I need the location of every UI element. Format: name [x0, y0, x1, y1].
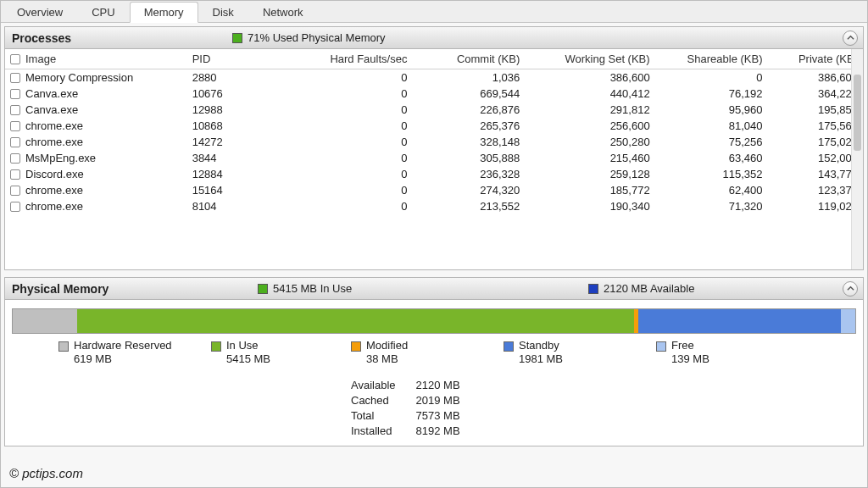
- vertical-scrollbar[interactable]: [851, 49, 863, 269]
- table-row[interactable]: chrome.exe151640274,320185,77262,400123,…: [5, 182, 863, 198]
- usage-swatch-icon: [232, 33, 242, 43]
- row-checkbox[interactable]: [10, 169, 20, 180]
- physical-memory-section: Physical Memory 5415 MB In Use 2120 MB A…: [4, 277, 864, 446]
- column-header[interactable]: Working Set (KB): [525, 49, 654, 69]
- table-cell: 328,148: [412, 134, 525, 150]
- legend-item: In Use5415 MB: [211, 339, 270, 366]
- legend-item: Hardware Reserved619 MB: [58, 339, 172, 366]
- row-checkbox[interactable]: [10, 105, 20, 115]
- watermark-text: © pctips.com: [9, 466, 83, 480]
- table-cell: 1,036: [412, 69, 525, 86]
- processes-header: Processes 71% Used Physical Memory: [5, 27, 863, 49]
- column-header[interactable]: Image: [5, 49, 187, 69]
- column-header[interactable]: Shareable (KB): [655, 49, 768, 69]
- inuse-stat: 5415 MB In Use: [258, 282, 554, 295]
- collapse-button[interactable]: [843, 281, 858, 297]
- table-cell: 0: [256, 134, 412, 150]
- table-cell: 2880: [187, 69, 257, 86]
- chevron-up-icon: [847, 285, 854, 292]
- row-checkbox[interactable]: [10, 153, 20, 164]
- table-row[interactable]: MsMpEng.exe38440305,888215,46063,460152,…: [5, 150, 863, 166]
- legend-swatch-icon: [211, 341, 221, 352]
- tab-disk[interactable]: Disk: [198, 2, 248, 22]
- physical-memory-title: Physical Memory: [12, 282, 258, 296]
- table-cell: 274,320: [412, 182, 525, 198]
- table-cell: 305,888: [412, 150, 525, 166]
- legend-text: Free139 MB: [671, 339, 709, 366]
- table-cell: 0: [256, 182, 412, 198]
- select-all-checkbox[interactable]: [10, 54, 20, 64]
- table-cell: 95,960: [655, 102, 768, 118]
- table-cell: 0: [256, 118, 412, 134]
- legend-swatch-icon: [58, 341, 69, 352]
- table-cell: 12988: [187, 102, 257, 118]
- table-row[interactable]: Discord.exe128840236,328259,128115,35214…: [5, 166, 863, 182]
- table-cell: 63,460: [655, 150, 768, 166]
- table-cell: 175,560: [768, 118, 864, 134]
- stat-label: Cached: [351, 393, 396, 408]
- row-checkbox[interactable]: [10, 137, 20, 147]
- table-row[interactable]: chrome.exe108680265,376256,60081,040175,…: [5, 118, 863, 134]
- table-row[interactable]: chrome.exe81040213,552190,34071,320119,0…: [5, 198, 863, 214]
- physical-memory-header: Physical Memory 5415 MB In Use 2120 MB A…: [5, 278, 863, 300]
- table-cell: 152,000: [768, 150, 864, 166]
- table-row[interactable]: Canva.exe129880226,876291,81295,960195,8…: [5, 102, 863, 118]
- table-cell: 115,352: [655, 166, 768, 182]
- legend-text: Hardware Reserved619 MB: [74, 339, 172, 366]
- table-row[interactable]: Canva.exe106760669,544440,41276,192364,2…: [5, 86, 863, 102]
- column-header[interactable]: PID: [187, 49, 257, 69]
- row-checkbox[interactable]: [10, 202, 20, 212]
- table-cell: 0: [256, 69, 412, 86]
- column-header[interactable]: Private (KB): [768, 49, 864, 69]
- collapse-button[interactable]: [843, 30, 858, 46]
- row-checkbox[interactable]: [10, 89, 20, 99]
- table-cell: 123,372: [768, 182, 864, 198]
- table-cell: 0: [256, 198, 412, 214]
- table-cell: 0: [655, 69, 768, 86]
- table-cell: 71,320: [655, 198, 768, 214]
- legend-item: Standby1981 MB: [504, 339, 563, 366]
- legend-item: Free139 MB: [656, 339, 709, 366]
- table-cell: 14272: [187, 134, 257, 150]
- stat-value: 8192 MB: [416, 424, 460, 439]
- table-row[interactable]: chrome.exe142720328,148250,28075,256175,…: [5, 134, 863, 150]
- table-cell: chrome.exe: [5, 118, 187, 134]
- processes-table-container: ImagePIDHard Faults/secCommit (KB)Workin…: [5, 49, 863, 269]
- available-swatch-icon: [588, 284, 598, 294]
- row-checkbox[interactable]: [10, 186, 20, 196]
- table-cell: 0: [256, 150, 412, 166]
- table-cell: 440,412: [525, 86, 654, 102]
- table-cell: 250,280: [525, 134, 654, 150]
- table-cell: 0: [256, 102, 412, 118]
- legend-swatch-icon: [351, 341, 361, 352]
- memory-stats: AvailableCachedTotalInstalled 2120 MB201…: [351, 378, 856, 439]
- processes-table: ImagePIDHard Faults/secCommit (KB)Workin…: [5, 49, 863, 214]
- tab-overview[interactable]: Overview: [3, 2, 77, 22]
- scrollbar-thumb[interactable]: [854, 75, 861, 151]
- row-checkbox[interactable]: [10, 73, 20, 83]
- table-cell: 75,256: [655, 134, 768, 150]
- table-cell: 669,544: [412, 86, 525, 102]
- processes-usage-stat: 71% Used Physical Memory: [232, 31, 386, 44]
- table-cell: 226,876: [412, 102, 525, 118]
- memory-segment-in-use: [77, 309, 634, 333]
- row-checkbox[interactable]: [10, 121, 20, 131]
- column-header[interactable]: Hard Faults/sec: [256, 49, 412, 69]
- table-row[interactable]: Memory Compression288001,036386,6000386,…: [5, 69, 863, 86]
- stat-value: 2019 MB: [416, 393, 460, 408]
- table-cell: 15164: [187, 182, 257, 198]
- table-cell: Canva.exe: [5, 102, 187, 118]
- tab-cpu[interactable]: CPU: [77, 2, 129, 22]
- table-cell: 0: [256, 166, 412, 182]
- column-header[interactable]: Commit (KB): [412, 49, 525, 69]
- tab-network[interactable]: Network: [248, 2, 318, 22]
- table-cell: 76,192: [655, 86, 768, 102]
- table-cell: 215,460: [525, 150, 654, 166]
- table-cell: 364,220: [768, 86, 864, 102]
- processes-title: Processes: [12, 31, 232, 45]
- table-cell: Canva.exe: [5, 86, 187, 102]
- table-cell: 195,852: [768, 102, 864, 118]
- table-cell: 386,600: [768, 69, 864, 86]
- tab-memory[interactable]: Memory: [130, 2, 198, 23]
- available-stat: 2120 MB Available: [588, 282, 694, 295]
